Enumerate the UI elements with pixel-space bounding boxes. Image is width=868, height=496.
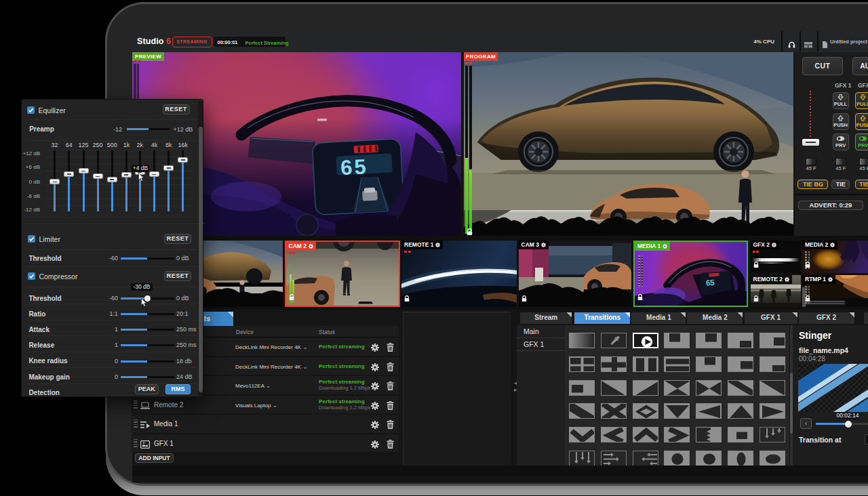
svg-text:65: 65: [340, 154, 368, 180]
svg-text:65: 65: [705, 278, 715, 287]
